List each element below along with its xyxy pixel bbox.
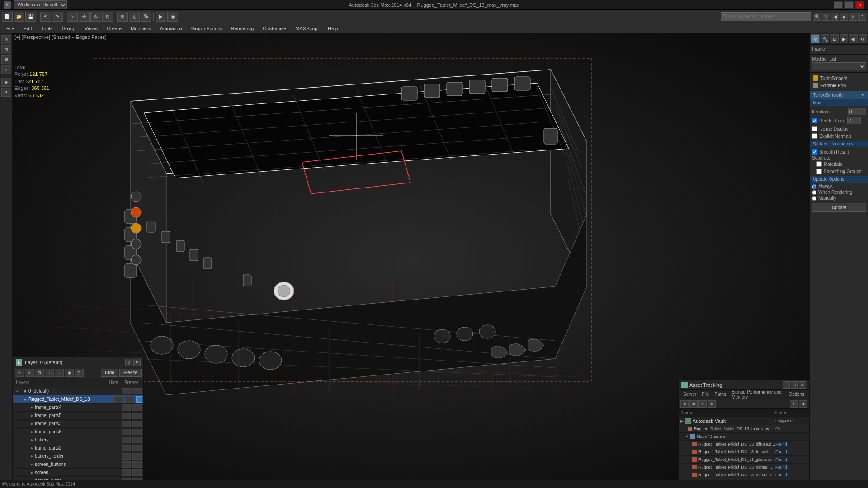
panel-utilities-btn[interactable]: ⚙ xyxy=(859,34,867,43)
turbosmooth-modifier-item[interactable]: TurboSmooth xyxy=(812,75,866,82)
layers-tool-4[interactable]: ↑ xyxy=(45,369,54,377)
close-button[interactable]: ✕ xyxy=(855,1,864,9)
always-radio[interactable] xyxy=(812,184,816,189)
layer-item[interactable]: ● battery_holder xyxy=(13,452,143,460)
layer-item[interactable]: ● frame_parts5 xyxy=(13,412,143,420)
render-button[interactable]: ▶ xyxy=(156,12,166,22)
surface-params-header[interactable]: Surface Parameters xyxy=(810,141,868,147)
menu-graph-editors[interactable]: Graph Editors xyxy=(187,23,226,33)
select-button[interactable]: ▷ xyxy=(67,12,78,22)
redo-button[interactable]: ↷ xyxy=(52,12,63,22)
editablepoly-modifier-item[interactable]: Editable Poly xyxy=(812,82,866,89)
asset-menu-server[interactable]: Server xyxy=(680,390,699,399)
minimize-button[interactable]: — xyxy=(834,1,843,9)
snap-button[interactable]: ⊞ xyxy=(117,12,128,22)
asset-tool-6[interactable]: ◀ xyxy=(799,400,807,408)
panel-display-btn[interactable]: ◉ xyxy=(849,34,858,43)
layers-add-btn[interactable]: + xyxy=(15,369,24,377)
smoothing-groups-checkbox[interactable] xyxy=(816,169,822,174)
search-icon-btn[interactable]: 🔍 xyxy=(813,13,821,21)
angle-snap-button[interactable]: ∡ xyxy=(129,12,140,22)
menu-customize[interactable]: Customize xyxy=(258,23,291,33)
asset-tool-1[interactable]: ⊕ xyxy=(680,400,689,408)
layers-freeze-btn[interactable]: Freeze xyxy=(119,369,142,377)
isoline-checkbox[interactable] xyxy=(812,126,817,131)
update-button[interactable]: Update xyxy=(812,203,866,212)
layer-item[interactable]: ● screen xyxy=(13,469,143,477)
menu-maxscript[interactable]: MAXScript xyxy=(291,23,323,33)
turbosmooth-header[interactable]: TurboSmooth ▼ xyxy=(810,91,868,99)
panel-hierarchy-btn[interactable]: ⊡ xyxy=(830,34,839,43)
menu-animation[interactable]: Animation xyxy=(156,23,187,33)
layers-tool-3[interactable]: ⊞ xyxy=(35,369,44,377)
layer-item[interactable]: ● frame_parts2 xyxy=(13,444,143,452)
open-button[interactable]: 📂 xyxy=(14,12,24,22)
menu-edit[interactable]: Edit xyxy=(19,23,37,33)
left-tool-4[interactable]: ▷ xyxy=(1,65,11,74)
asset-max-file[interactable]: Rugged_Tablet_Mildef_DS_13_max_vray.max … xyxy=(679,425,809,433)
iterations-input[interactable] xyxy=(848,108,866,115)
panel-motion-btn[interactable]: ▶ xyxy=(840,34,848,43)
move-button[interactable]: ✛ xyxy=(79,12,90,22)
left-tool-5[interactable]: ◈ xyxy=(1,78,11,87)
asset-tool-5[interactable]: ↻ xyxy=(790,400,798,408)
layer-item[interactable]: ✓ ■ 0 (default) xyxy=(13,387,143,395)
save-button[interactable]: 💾 xyxy=(25,12,36,22)
panel-create-btn[interactable]: ⊕ xyxy=(811,34,820,43)
search-next-btn[interactable]: ▶ xyxy=(840,13,848,21)
asset-restore-btn[interactable]: □ xyxy=(791,381,798,389)
layer-item[interactable]: ■ Rugged_Tablet_Mildef_DS_13 xyxy=(13,395,143,404)
asset-tool-4[interactable]: ◉ xyxy=(708,400,716,408)
modifier-dropdown[interactable] xyxy=(812,62,866,70)
asset-close-btn[interactable]: ✕ xyxy=(799,381,806,389)
menu-create[interactable]: Create xyxy=(102,23,126,33)
menu-help[interactable]: Help xyxy=(323,23,343,33)
workspace-select[interactable]: Workspace: Default xyxy=(14,0,67,9)
search-close-btn[interactable]: ✕ xyxy=(849,13,857,21)
search-prev-btn[interactable]: ◀ xyxy=(831,13,839,21)
asset-tool-2[interactable]: ⊞ xyxy=(689,400,698,408)
left-tool-6[interactable]: ✦ xyxy=(1,88,11,97)
asset-menu-paths[interactable]: Paths xyxy=(712,390,729,399)
search-highlight-btn[interactable]: ⊕ xyxy=(822,13,830,21)
rotate-button[interactable]: ↻ xyxy=(90,12,101,22)
undo-button[interactable]: ↶ xyxy=(40,12,51,22)
left-tool-3[interactable]: ⊠ xyxy=(1,55,11,64)
menu-tools[interactable]: Tools xyxy=(37,23,57,33)
layer-item[interactable]: ● frame_parts4 xyxy=(13,404,143,412)
menu-rendering[interactable]: Rendering xyxy=(226,23,259,33)
explicit-normals-checkbox[interactable] xyxy=(812,133,817,139)
update-options-header[interactable]: Update Options xyxy=(810,176,868,183)
asset-vault-item[interactable]: ▶ Autodesk Vault Logged O xyxy=(679,417,809,425)
when-rendering-radio[interactable] xyxy=(812,190,816,195)
layer-item[interactable]: ● screen_buttons xyxy=(13,460,143,469)
render-iters-checkbox[interactable] xyxy=(812,118,817,123)
layer-item[interactable]: ● frame_parts6 xyxy=(13,428,143,436)
main-section-header[interactable]: Main xyxy=(810,99,868,106)
asset-menu-bitmap[interactable]: Bitmap Performance and Memory xyxy=(729,390,786,399)
diffuse-map-item[interactable]: Rugged_Tablet_Mildef_DS_13_diffuse.png F… xyxy=(679,441,809,448)
layers-tool-6[interactable]: ◈ xyxy=(65,369,74,377)
maps-shaders-group[interactable]: ▼ Maps / Shaders xyxy=(679,433,809,441)
material-button[interactable]: ◉ xyxy=(167,12,178,22)
layers-close-btn[interactable]: ✕ xyxy=(133,359,141,366)
layers-delete-btn[interactable]: ✕ xyxy=(25,369,34,377)
asset-menu-file[interactable]: File xyxy=(699,390,712,399)
glossiness-map-item[interactable]: Rugged_Tablet_Mildef_DS_13_glossiness.pn… xyxy=(679,456,809,464)
fresnel-map-item[interactable]: Rugged_Tablet_Mildef_DS_13_fresnel.png F… xyxy=(679,448,809,456)
refract-map-item[interactable]: Rugged_Tablet_Mildef_DS_13_refract.png F… xyxy=(679,471,809,479)
scale-button[interactable]: ⊡ xyxy=(102,12,113,22)
menu-file[interactable]: File xyxy=(2,23,19,33)
layer-item[interactable]: ● frame_parts3 xyxy=(13,420,143,428)
asset-tool-3[interactable]: ✕ xyxy=(698,400,707,408)
layer-item[interactable]: ● battery xyxy=(13,436,143,444)
layers-hide-btn[interactable]: Hide xyxy=(101,369,118,377)
layers-tool-5[interactable]: ↓ xyxy=(55,369,64,377)
normal-map-item[interactable]: Rugged_Tablet_Mildef_DS_13_normal.png Fo… xyxy=(679,464,809,471)
layers-tool-7[interactable]: ⊡ xyxy=(75,369,84,377)
left-tool-1[interactable]: ⊕ xyxy=(1,35,11,44)
manually-radio[interactable] xyxy=(812,196,816,201)
maximize-button[interactable]: □ xyxy=(844,1,854,9)
panel-modify-btn[interactable]: 🔧 xyxy=(821,34,829,43)
left-tool-2[interactable]: ⊞ xyxy=(1,45,11,54)
